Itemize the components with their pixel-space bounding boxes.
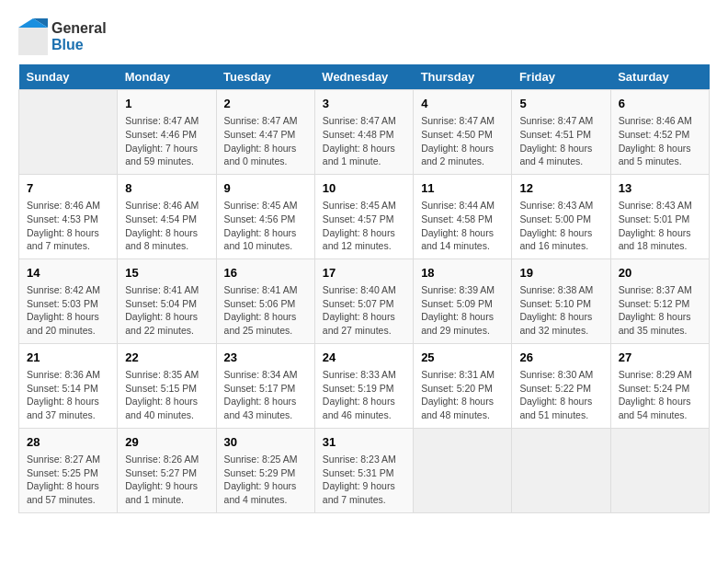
calendar-cell: 23Sunrise: 8:34 AMSunset: 5:17 PMDayligh…: [216, 343, 314, 428]
logo-text: GeneralBlue: [51, 20, 107, 53]
calendar-cell: 8Sunrise: 8:46 AMSunset: 4:54 PMDaylight…: [118, 174, 216, 259]
day-number: 24: [323, 350, 405, 366]
calendar-cell: 25Sunrise: 8:31 AMSunset: 5:20 PMDayligh…: [414, 343, 512, 428]
day-number: 10: [323, 180, 405, 197]
calendar-cell: 28Sunrise: 8:27 AMSunset: 5:25 PMDayligh…: [19, 428, 118, 512]
day-info: Sunrise: 8:47 AMSunset: 4:48 PMDaylight:…: [323, 114, 405, 168]
col-header-tuesday: Tuesday: [216, 64, 314, 90]
day-info: Sunrise: 8:36 AMSunset: 5:14 PMDaylight:…: [27, 368, 109, 422]
logo: GeneralBlue: [18, 18, 107, 55]
day-info: Sunrise: 8:47 AMSunset: 4:47 PMDaylight:…: [224, 114, 307, 168]
day-info: Sunrise: 8:41 AMSunset: 5:06 PMDaylight:…: [224, 283, 307, 338]
day-number: 9: [224, 180, 307, 197]
col-header-wednesday: Wednesday: [314, 64, 413, 90]
day-number: 5: [519, 96, 602, 112]
week-row-1: 1Sunrise: 8:47 AMSunset: 4:46 PMDaylight…: [19, 90, 710, 175]
day-number: 4: [421, 96, 504, 112]
col-header-saturday: Saturday: [610, 64, 709, 90]
page-header: GeneralBlue: [18, 18, 710, 55]
calendar-cell: 26Sunrise: 8:30 AMSunset: 5:22 PMDayligh…: [512, 343, 610, 428]
day-info: Sunrise: 8:45 AMSunset: 4:56 PMDaylight:…: [224, 199, 307, 253]
day-number: 20: [619, 265, 701, 282]
day-number: 7: [27, 180, 109, 197]
calendar-cell: 21Sunrise: 8:36 AMSunset: 5:14 PMDayligh…: [19, 343, 118, 428]
calendar-cell: 7Sunrise: 8:46 AMSunset: 4:53 PMDaylight…: [19, 174, 118, 259]
day-info: Sunrise: 8:30 AMSunset: 5:22 PMDaylight:…: [519, 368, 602, 422]
day-number: 30: [224, 434, 307, 451]
day-info: Sunrise: 8:35 AMSunset: 5:15 PMDaylight:…: [125, 368, 208, 422]
day-info: Sunrise: 8:41 AMSunset: 5:04 PMDaylight:…: [125, 283, 208, 338]
day-info: Sunrise: 8:31 AMSunset: 5:20 PMDaylight:…: [421, 368, 504, 422]
calendar-cell: 18Sunrise: 8:39 AMSunset: 5:09 PMDayligh…: [414, 259, 512, 343]
day-number: 29: [125, 434, 208, 451]
calendar-cell: [19, 90, 118, 175]
day-info: Sunrise: 8:38 AMSunset: 5:10 PMDaylight:…: [519, 283, 602, 338]
day-info: Sunrise: 8:47 AMSunset: 4:50 PMDaylight:…: [421, 114, 504, 168]
day-number: 2: [224, 96, 307, 112]
col-header-monday: Monday: [118, 64, 216, 90]
calendar-cell: 20Sunrise: 8:37 AMSunset: 5:12 PMDayligh…: [610, 259, 709, 343]
calendar-cell: 1Sunrise: 8:47 AMSunset: 4:46 PMDaylight…: [118, 90, 216, 175]
day-number: 3: [323, 96, 405, 112]
day-info: Sunrise: 8:29 AMSunset: 5:24 PMDaylight:…: [619, 368, 701, 422]
day-number: 15: [125, 265, 208, 282]
day-number: 22: [125, 350, 208, 366]
day-info: Sunrise: 8:23 AMSunset: 5:31 PMDaylight:…: [323, 453, 405, 507]
day-number: 19: [519, 265, 602, 282]
day-info: Sunrise: 8:40 AMSunset: 5:07 PMDaylight:…: [323, 283, 405, 338]
day-info: Sunrise: 8:27 AMSunset: 5:25 PMDaylight:…: [27, 453, 109, 507]
day-info: Sunrise: 8:26 AMSunset: 5:27 PMDaylight:…: [125, 453, 208, 507]
day-number: 28: [27, 434, 109, 451]
logo-general: General: [51, 20, 107, 36]
day-number: 16: [224, 265, 307, 282]
day-info: Sunrise: 8:34 AMSunset: 5:17 PMDaylight:…: [224, 368, 307, 422]
day-number: 27: [619, 350, 701, 366]
col-header-thursday: Thursday: [414, 64, 512, 90]
day-info: Sunrise: 8:44 AMSunset: 4:58 PMDaylight:…: [421, 199, 504, 253]
day-number: 6: [619, 96, 701, 112]
week-row-4: 21Sunrise: 8:36 AMSunset: 5:14 PMDayligh…: [19, 343, 710, 428]
day-info: Sunrise: 8:25 AMSunset: 5:29 PMDaylight:…: [224, 453, 307, 507]
calendar-cell: 30Sunrise: 8:25 AMSunset: 5:29 PMDayligh…: [216, 428, 314, 512]
calendar-cell: 22Sunrise: 8:35 AMSunset: 5:15 PMDayligh…: [118, 343, 216, 428]
calendar-cell: 31Sunrise: 8:23 AMSunset: 5:31 PMDayligh…: [314, 428, 413, 512]
day-info: Sunrise: 8:45 AMSunset: 4:57 PMDaylight:…: [323, 199, 405, 253]
day-info: Sunrise: 8:39 AMSunset: 5:09 PMDaylight:…: [421, 283, 504, 338]
day-number: 21: [27, 350, 109, 366]
day-info: Sunrise: 8:47 AMSunset: 4:46 PMDaylight:…: [125, 114, 208, 168]
day-number: 1: [125, 96, 208, 112]
calendar-cell: 24Sunrise: 8:33 AMSunset: 5:19 PMDayligh…: [314, 343, 413, 428]
col-header-friday: Friday: [512, 64, 610, 90]
calendar-table: SundayMondayTuesdayWednesdayThursdayFrid…: [18, 64, 710, 513]
calendar-cell: 16Sunrise: 8:41 AMSunset: 5:06 PMDayligh…: [216, 259, 314, 343]
calendar-cell: 9Sunrise: 8:45 AMSunset: 4:56 PMDaylight…: [216, 174, 314, 259]
calendar-cell: 10Sunrise: 8:45 AMSunset: 4:57 PMDayligh…: [314, 174, 413, 259]
calendar-cell: 4Sunrise: 8:47 AMSunset: 4:50 PMDaylight…: [414, 90, 512, 175]
day-number: 18: [421, 265, 504, 282]
day-number: 14: [27, 265, 109, 282]
calendar-cell: 19Sunrise: 8:38 AMSunset: 5:10 PMDayligh…: [512, 259, 610, 343]
calendar-cell: 27Sunrise: 8:29 AMSunset: 5:24 PMDayligh…: [610, 343, 709, 428]
calendar-cell: 12Sunrise: 8:43 AMSunset: 5:00 PMDayligh…: [512, 174, 610, 259]
day-number: 26: [519, 350, 602, 366]
logo-blue: Blue: [51, 37, 84, 52]
calendar-cell: 11Sunrise: 8:44 AMSunset: 4:58 PMDayligh…: [414, 174, 512, 259]
day-info: Sunrise: 8:46 AMSunset: 4:53 PMDaylight:…: [27, 199, 109, 253]
calendar-cell: 15Sunrise: 8:41 AMSunset: 5:04 PMDayligh…: [118, 259, 216, 343]
day-number: 12: [519, 180, 602, 197]
week-row-2: 7Sunrise: 8:46 AMSunset: 4:53 PMDaylight…: [19, 174, 710, 259]
day-info: Sunrise: 8:43 AMSunset: 5:00 PMDaylight:…: [519, 199, 602, 253]
logo-icon: [18, 18, 48, 55]
calendar-cell: 2Sunrise: 8:47 AMSunset: 4:47 PMDaylight…: [216, 90, 314, 175]
calendar-cell: [512, 428, 610, 512]
day-number: 13: [619, 180, 701, 197]
calendar-cell: [610, 428, 709, 512]
calendar-cell: 5Sunrise: 8:47 AMSunset: 4:51 PMDaylight…: [512, 90, 610, 175]
day-number: 11: [421, 180, 504, 197]
calendar-cell: [414, 428, 512, 512]
calendar-cell: 29Sunrise: 8:26 AMSunset: 5:27 PMDayligh…: [118, 428, 216, 512]
week-row-5: 28Sunrise: 8:27 AMSunset: 5:25 PMDayligh…: [19, 428, 710, 512]
day-info: Sunrise: 8:33 AMSunset: 5:19 PMDaylight:…: [323, 368, 405, 422]
day-info: Sunrise: 8:43 AMSunset: 5:01 PMDaylight:…: [619, 199, 701, 253]
day-number: 31: [323, 434, 405, 451]
